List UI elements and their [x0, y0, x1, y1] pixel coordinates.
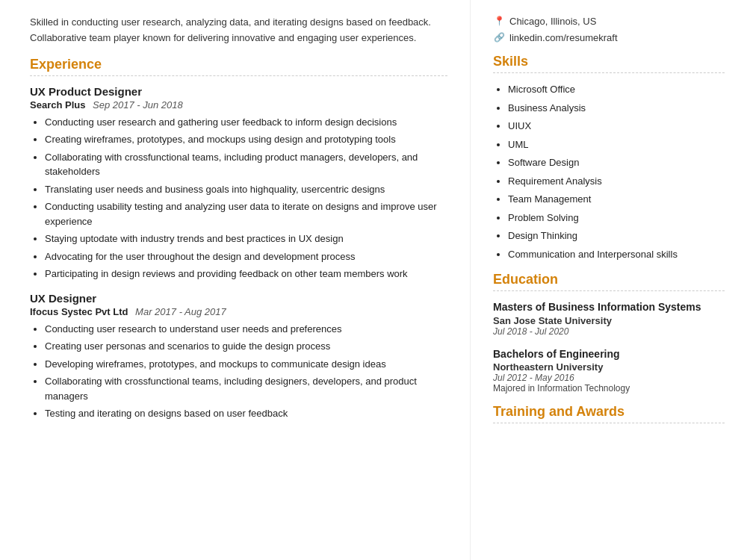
experience-divider: [30, 75, 447, 76]
job-title-1: UX Product Designer: [30, 85, 447, 98]
skills-section: Skills Microsoft Office Business Analysi…: [493, 54, 725, 261]
bullet-item: Developing wireframes, prototypes, and m…: [45, 357, 447, 372]
bullet-item: Conducting usability testing and analyzi…: [45, 199, 447, 228]
edu-entry-2: Bachelors of Engineering Northeastern Un…: [493, 347, 725, 394]
linkedin-text: linkedin.com/resumekraft: [509, 32, 618, 43]
company-name-2: Ifocus Systec Pvt Ltd: [30, 306, 128, 317]
experience-section: Experience UX Product Designer Search Pl…: [30, 57, 447, 421]
edu-degree-2: Bachelors of Engineering: [493, 347, 725, 362]
skills-divider: [493, 72, 725, 73]
intro-text: Skilled in conducting user research, ana…: [30, 15, 447, 46]
edu-degree-1: Masters of Business Information Systems: [493, 300, 725, 315]
linkedin-icon: 🔗: [493, 31, 505, 43]
skill-item: UML: [508, 137, 725, 152]
company-line-1: Search Plus Sep 2017 - Jun 2018: [30, 99, 447, 111]
job-bullets-1: Conducting user research and gathering u…: [45, 115, 447, 281]
skill-item: UIUX: [508, 119, 725, 134]
skill-item: Business Analysis: [508, 101, 725, 116]
education-section: Education Masters of Business Informatio…: [493, 272, 725, 393]
edu-dates-1: Jul 2018 - Jul 2020: [493, 326, 725, 337]
job-bullets-2: Conducting user research to understand u…: [45, 322, 447, 421]
skill-item: Problem Solving: [508, 211, 725, 225]
training-section: Training and Awards: [493, 404, 725, 423]
training-divider: [493, 423, 725, 423]
bullet-item: Collaborating with crossfunctional teams…: [45, 374, 447, 403]
bullet-item: Collaborating with crossfunctional teams…: [45, 150, 447, 179]
skills-list: Microsoft Office Business Analysis UIUX …: [508, 82, 725, 261]
job-title-2: UX Designer: [30, 292, 447, 305]
training-title: Training and Awards: [493, 404, 725, 420]
location-icon: 📍: [493, 15, 505, 27]
edu-entry-1: Masters of Business Information Systems …: [493, 300, 725, 337]
contact-section: 📍 Chicago, Illinois, US 🔗 linkedin.com/r…: [493, 15, 725, 43]
contact-linkedin: 🔗 linkedin.com/resumekraft: [493, 31, 725, 43]
experience-title: Experience: [30, 57, 447, 72]
education-divider: [493, 290, 725, 291]
skill-item: Communication and Interpersonal skills: [508, 247, 725, 262]
resume-page: Skilled in conducting user research, ana…: [0, 0, 747, 560]
location-text: Chicago, Illinois, US: [509, 16, 596, 27]
bullet-item: Translating user needs and business goal…: [45, 182, 447, 197]
right-column: 📍 Chicago, Illinois, US 🔗 linkedin.com/r…: [471, 0, 747, 560]
job-entry-1: UX Product Designer Search Plus Sep 2017…: [30, 85, 447, 281]
education-title: Education: [493, 272, 725, 287]
edu-dates-2: Jul 2012 - May 2016: [493, 373, 725, 383]
left-column: Skilled in conducting user research, ana…: [0, 0, 471, 560]
skill-item: Software Design: [508, 155, 725, 170]
bullet-item: Staying uptodate with industry trends an…: [45, 231, 447, 246]
date-range-2: Mar 2017 - Aug 2017: [135, 306, 226, 317]
bullet-item: Conducting user research to understand u…: [45, 322, 447, 337]
skill-item: Requirement Analysis: [508, 174, 725, 189]
job-entry-2: UX Designer Ifocus Systec Pvt Ltd Mar 20…: [30, 292, 447, 421]
bullet-item: Participating in design reviews and prov…: [45, 267, 447, 281]
date-range-1: Sep 2017 - Jun 2018: [93, 99, 183, 111]
company-line-2: Ifocus Systec Pvt Ltd Mar 2017 - Aug 201…: [30, 306, 447, 317]
edu-note-2: Majored in Information Technology: [493, 383, 725, 393]
contact-location: 📍 Chicago, Illinois, US: [493, 15, 725, 27]
bullet-item: Creating wireframes, prototypes, and moc…: [45, 132, 447, 147]
edu-university-2: Northeastern University: [493, 361, 725, 373]
skill-item: Design Thinking: [508, 228, 725, 243]
skill-item: Microsoft Office: [508, 82, 725, 97]
bullet-item: Conducting user research and gathering u…: [45, 115, 447, 130]
skill-item: Team Management: [508, 192, 725, 207]
skills-title: Skills: [493, 54, 725, 69]
company-name-1: Search Plus: [30, 99, 85, 111]
bullet-item: Testing and iterating on designs based o…: [45, 406, 447, 421]
bullet-item: Advocating for the user throughout the d…: [45, 249, 447, 264]
bullet-item: Creating user personas and scenarios to …: [45, 339, 447, 354]
edu-university-1: San Jose State University: [493, 315, 725, 326]
